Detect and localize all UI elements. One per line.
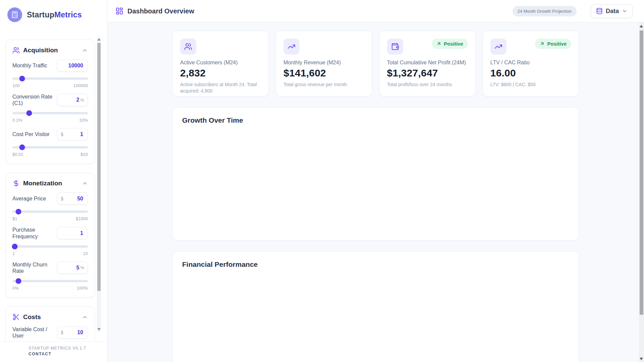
brand-part1: Startup	[27, 10, 54, 19]
chevron-up-icon[interactable]	[82, 180, 88, 186]
status-badge-label: Positive	[547, 41, 567, 47]
growth-over-time-panel: Growth Over Time	[172, 107, 579, 241]
metric-label: Total Cumulative Net Profit (24M)	[387, 60, 468, 66]
slider-thumb[interactable]	[16, 209, 21, 215]
input-value: 10000	[61, 63, 83, 69]
range-max: 10	[83, 251, 88, 256]
metric-subtext: LTV: $800 | CAC: $50	[490, 81, 569, 88]
field-average-price: Average Price $ 50 $1 $1000	[12, 192, 88, 221]
section-acquisition-header[interactable]: Acquisition	[12, 47, 88, 54]
app-version: STARTUP METRICS V0.1.7	[29, 346, 107, 351]
section-costs: Costs Variable Cost / User $ 10	[5, 306, 95, 342]
section-title: Acquisition	[23, 47, 78, 54]
chevron-up-icon[interactable]	[82, 47, 88, 53]
field-label: Purchase Frequency	[12, 227, 54, 239]
range-max: 100%	[77, 286, 88, 291]
financial-performance-panel: Financial Performance	[172, 251, 579, 362]
sidebar-footer: STARTUP METRICS V0.1.7 CONTACT	[0, 342, 107, 362]
metric-subtext: Active subscribers at Month 24. Total ac…	[180, 81, 259, 94]
monthly-traffic-slider[interactable]	[12, 76, 88, 81]
field-label: Monthly Churn Rate	[12, 261, 54, 274]
monthly-churn-rate-input[interactable]: 5 %	[57, 261, 88, 274]
metric-value: $1,327,647	[387, 67, 468, 79]
card-ltv-cac: Positive LTV / CAC Ratio 16.00 LTV: $800…	[483, 31, 579, 97]
range-max: 10%	[79, 118, 88, 123]
section-costs-header[interactable]: Costs	[12, 313, 88, 321]
section-title: Monetization	[23, 180, 78, 187]
range-min: $1	[12, 216, 17, 221]
page-title: Dashboard Overview	[127, 7, 194, 15]
range-min: 0.1%	[12, 118, 22, 123]
field-label: Cost Per Visitor	[12, 131, 50, 137]
database-icon	[596, 8, 603, 14]
section-title: Costs	[23, 313, 78, 321]
monthly-churn-rate-slider[interactable]	[12, 278, 88, 284]
input-value: 1	[61, 230, 83, 236]
field-label: Average Price	[12, 195, 46, 202]
slider-thumb[interactable]	[26, 110, 32, 116]
conversion-rate-input[interactable]: 2 %	[57, 94, 88, 106]
main-area: Dashboard Overview 24 Month Growth Proje…	[107, 0, 644, 362]
slider-thumb[interactable]	[19, 144, 25, 150]
app-window: StartupMetrics Acquisition Monthly Traff…	[0, 0, 644, 362]
metric-value: 16.00	[490, 67, 571, 79]
input-prefix: $	[61, 196, 63, 201]
scrollbar-thumb[interactable]	[97, 43, 101, 291]
chevron-up-icon[interactable]	[82, 314, 88, 320]
metric-value: 2,832	[180, 67, 261, 79]
range-min: 1	[12, 251, 15, 256]
sidebar-scrollbar[interactable]	[97, 37, 101, 332]
field-label: Conversion Rate (C1)	[12, 94, 53, 106]
average-price-slider[interactable]	[12, 209, 88, 215]
trending-up-icon	[283, 39, 300, 55]
contact-link[interactable]: CONTACT	[29, 352, 107, 356]
field-monthly-churn-rate: Monthly Churn Rate 5 % 0% 100%	[12, 261, 88, 291]
scroll-up-arrow-icon[interactable]	[97, 38, 101, 41]
range-max: $10	[80, 152, 88, 157]
monthly-traffic-input[interactable]: 10000	[57, 59, 88, 72]
data-dropdown-button[interactable]: Data	[591, 4, 633, 18]
cost-per-visitor-slider[interactable]	[12, 144, 88, 150]
status-badge: Positive	[535, 39, 571, 49]
arrow-up-right-icon	[436, 41, 441, 46]
input-prefix: $	[61, 330, 63, 335]
metric-cards-row: Active Customers (M24) 2,832 Active subs…	[172, 31, 579, 97]
range-min: 100	[12, 83, 20, 88]
dashboard-grid-icon	[115, 7, 123, 15]
input-value: 50	[63, 196, 83, 202]
scroll-down-arrow-icon[interactable]	[97, 328, 101, 330]
input-value: 2	[61, 97, 79, 103]
brand-logo: StartupMetrics	[0, 0, 107, 29]
brand-part2: Metrics	[54, 10, 82, 19]
slider-thumb[interactable]	[12, 244, 17, 249]
conversion-rate-slider[interactable]	[12, 110, 88, 116]
trending-up-icon	[490, 39, 506, 55]
scroll-up-arrow-icon[interactable]	[640, 25, 643, 27]
window-scrollbar[interactable]	[639, 22, 644, 362]
purchase-frequency-input[interactable]: 1	[57, 227, 88, 239]
status-badge-label: Positive	[444, 41, 463, 47]
projection-badge: 24 Month Growth Projection	[513, 6, 577, 16]
metric-subtext: Total profit/loss over 24 months	[387, 81, 466, 88]
card-monthly-revenue: Monthly Revenue (M24) $141,602 Total gro…	[276, 31, 372, 97]
scroll-down-arrow-icon[interactable]	[640, 358, 643, 360]
range-max: 100000	[73, 83, 88, 88]
scrollbar-thumb[interactable]	[640, 31, 643, 315]
users-icon	[12, 47, 20, 54]
card-active-customers: Active Customers (M24) 2,832 Active subs…	[172, 31, 269, 97]
field-cost-per-visitor: Cost Per Visitor $ 1 $0.01 $10	[12, 128, 88, 157]
field-variable-cost: Variable Cost / User $ 10 $0 $500	[12, 326, 88, 342]
average-price-input[interactable]: $ 50	[57, 192, 88, 205]
metric-label: Active Customers (M24)	[180, 60, 261, 66]
sidebar: StartupMetrics Acquisition Monthly Traff…	[0, 0, 107, 362]
field-purchase-frequency: Purchase Frequency 1 1 10	[12, 227, 88, 256]
chevron-down-icon	[622, 8, 627, 14]
input-value: 1	[63, 131, 83, 137]
purchase-frequency-slider[interactable]	[12, 244, 88, 249]
slider-thumb[interactable]	[16, 278, 21, 284]
cost-per-visitor-input[interactable]: $ 1	[57, 128, 88, 140]
slider-thumb[interactable]	[19, 76, 25, 81]
input-prefix: $	[61, 132, 63, 137]
variable-cost-input[interactable]: $ 10	[57, 326, 88, 339]
section-monetization-header[interactable]: Monetization	[12, 180, 88, 187]
